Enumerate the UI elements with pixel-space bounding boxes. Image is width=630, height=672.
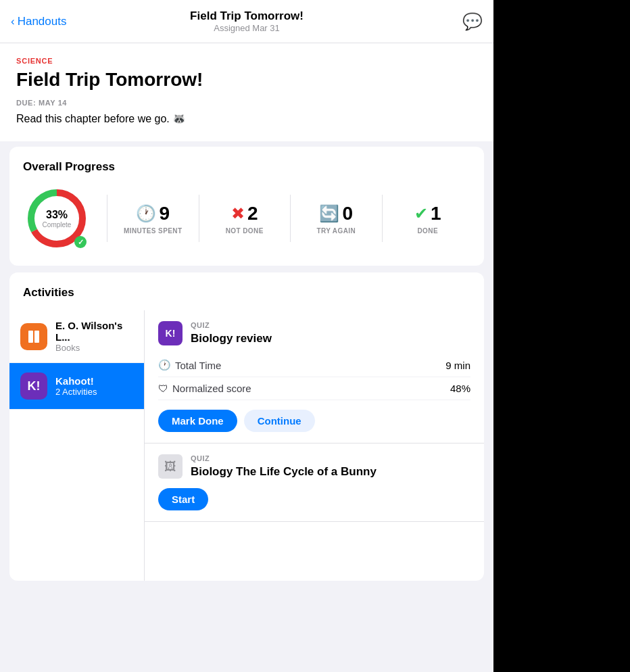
- sidebar-item-kahoot[interactable]: K! Kahoot! 2 Activities: [9, 363, 144, 410]
- svg-rect-4: [34, 331, 39, 343]
- books-name: E. O. Wilson's L...: [55, 320, 133, 343]
- back-button[interactable]: ‹ Handouts: [11, 15, 66, 28]
- donut-label: Complete: [43, 220, 72, 228]
- header-card: SCIENCE Field Trip Tomorrow! DUE: MAY 14…: [0, 43, 493, 141]
- not-done-icon: ✖: [231, 204, 245, 223]
- quiz-1-actions: Mark Done Continue: [158, 410, 470, 432]
- quiz-1-name: Biology review: [191, 332, 272, 345]
- clock-icon: 🕐: [136, 204, 156, 223]
- stat-not-done-label: NOT DONE: [226, 227, 264, 235]
- score-label: 🛡 Normalized score: [158, 383, 251, 394]
- stat-divider-3: [290, 195, 291, 242]
- kahoot-icon: K!: [20, 373, 47, 400]
- books-sub: Books: [55, 343, 133, 353]
- stats-row: 33% Complete ✓ 🕐 9 MINUTES SPENT ✖ 2: [23, 185, 470, 252]
- sidebar-item-books[interactable]: E. O. Wilson's L... Books: [9, 310, 144, 363]
- chevron-left-icon: ‹: [11, 15, 15, 28]
- progress-card: Overall Progress 33% Complete ✓: [9, 147, 484, 266]
- stat-minutes: 🕐 9 MINUTES SPENT: [110, 200, 196, 237]
- activity-row-2: 🖼 QUIZ Biology The Life Cycle of a Bunny…: [145, 443, 484, 522]
- quiz-1-icon: K!: [158, 321, 183, 345]
- clock-small-icon: 🕐: [158, 359, 171, 371]
- nav-center: Field Trip Tomorrow! Assigned Mar 31: [190, 9, 304, 33]
- nav-bar: ‹ Handouts Field Trip Tomorrow! Assigned…: [0, 0, 493, 43]
- stat-done-value: 1: [431, 203, 441, 224]
- quiz-2-thumbnail: 🖼: [158, 454, 183, 479]
- stat-done-label: DONE: [418, 227, 439, 235]
- activities-title: Activities: [9, 286, 484, 310]
- stat-try-again: 🔄 0 TRY AGAIN: [293, 200, 379, 237]
- activity-detail: K! QUIZ Biology review 🕐 Total Time: [145, 310, 484, 581]
- stat-try-again-label: TRY AGAIN: [316, 227, 356, 235]
- progress-title: Overall Progress: [23, 160, 470, 174]
- description: Read this chapter before we go. 🦝: [16, 112, 477, 125]
- books-info: E. O. Wilson's L... Books: [55, 320, 133, 353]
- assignment-title: Field Trip Tomorrow!: [16, 69, 477, 91]
- score-value: 48%: [450, 383, 470, 394]
- stat-not-done: ✖ 2 NOT DONE: [202, 200, 288, 237]
- quiz-2-name: Biology The Life Cycle of a Bunny: [191, 465, 377, 479]
- kahoot-info: Kahoot! 2 Activities: [55, 375, 97, 397]
- quiz-2-actions: Start: [158, 488, 470, 510]
- activities-card: Activities E. O. Wilson's L... Books: [9, 272, 484, 581]
- right-panel: [493, 0, 630, 672]
- subject-label: SCIENCE: [16, 57, 477, 65]
- donut-center: 33% Complete: [43, 209, 72, 229]
- stat-minutes-value: 9: [159, 203, 170, 224]
- activity-row-2-header: 🖼 QUIZ Biology The Life Cycle of a Bunny: [158, 454, 470, 479]
- time-label: 🕐 Total Time: [158, 359, 221, 371]
- kahoot-name: Kahoot!: [55, 375, 97, 387]
- activity-row-1-header: K! QUIZ Biology review: [158, 321, 470, 345]
- due-label: DUE: MAY 14: [16, 99, 477, 107]
- stat-divider-2: [199, 195, 199, 242]
- quiz-1-stat-time: 🕐 Total Time 9 min: [158, 354, 470, 377]
- donut-percent: 33%: [43, 209, 72, 221]
- back-label: Handouts: [18, 15, 67, 28]
- activity-sidebar: E. O. Wilson's L... Books K! Kahoot! 2 A…: [9, 310, 145, 581]
- stat-minutes-label: MINUTES SPENT: [124, 227, 182, 235]
- done-icon: ✔: [414, 204, 428, 223]
- quiz-1-stat-score: 🛡 Normalized score 48%: [158, 377, 470, 400]
- stat-try-again-value: 0: [342, 203, 353, 224]
- nav-title: Field Trip Tomorrow!: [190, 9, 304, 23]
- continue-button[interactable]: Continue: [244, 410, 315, 432]
- books-icon: [20, 323, 47, 350]
- chat-icon: 💬: [462, 12, 483, 30]
- time-value: 9 min: [445, 360, 470, 371]
- stat-done: ✔ 1 DONE: [385, 200, 471, 237]
- kahoot-sub: 2 Activities: [55, 387, 97, 397]
- try-again-icon: 🔄: [319, 204, 339, 223]
- chat-button[interactable]: 💬: [462, 12, 483, 31]
- stat-not-done-value: 2: [247, 203, 258, 224]
- mark-done-button[interactable]: Mark Done: [158, 410, 237, 432]
- svg-rect-3: [28, 331, 33, 343]
- activity-row-1: K! QUIZ Biology review 🕐 Total Time: [145, 310, 484, 443]
- stat-divider-4: [382, 195, 383, 242]
- start-button[interactable]: Start: [158, 488, 208, 510]
- shield-icon: 🛡: [158, 383, 168, 394]
- donut-check-icon: ✓: [74, 236, 87, 248]
- stat-divider-1: [107, 195, 107, 242]
- nav-subtitle: Assigned Mar 31: [190, 23, 304, 33]
- activities-body: E. O. Wilson's L... Books K! Kahoot! 2 A…: [9, 310, 484, 581]
- donut-chart: 33% Complete ✓: [23, 185, 91, 252]
- quiz-1-type: QUIZ: [191, 321, 272, 329]
- quiz-2-type: QUIZ: [191, 454, 377, 462]
